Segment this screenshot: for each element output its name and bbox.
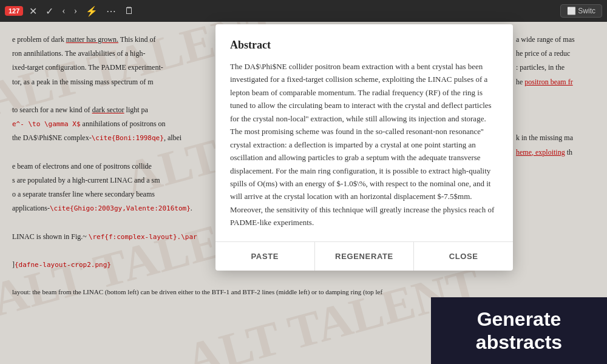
flash-icon[interactable]: ⚡ — [83, 4, 100, 18]
check-icon[interactable]: ✓ — [43, 4, 56, 18]
close-icon[interactable]: ✕ — [27, 4, 39, 18]
more-icon[interactable]: ⋯ — [104, 4, 118, 18]
abstract-title: Abstract — [230, 39, 498, 52]
switch-button[interactable]: ⬜ Switc — [560, 4, 602, 18]
regenerate-button[interactable]: REGENERATE — [315, 242, 415, 271]
toolbar-left: 127 ✕ ✓ ‹ › ⚡ ⋯ 🗒 — [5, 4, 137, 18]
generate-abstracts-panel[interactable]: Generate abstracts — [431, 297, 607, 364]
abstract-modal-body: Abstract The DA$\Phi$NE collider positro… — [215, 24, 513, 229]
prev-icon[interactable]: ‹ — [59, 4, 67, 18]
abstract-text: The DA$\Phi$NE collider positron beam ex… — [230, 60, 498, 229]
generate-abstracts-label: Generate abstracts — [476, 308, 562, 354]
paste-button[interactable]: PASTE — [215, 242, 315, 271]
notification-badge: 127 — [5, 6, 23, 16]
abstract-footer: PASTE REGENERATE CLOSE — [215, 241, 513, 271]
toolbar: 127 ✕ ✓ ‹ › ⚡ ⋯ 🗒 ⬜ Switc — [0, 0, 607, 22]
note-icon[interactable]: 🗒 — [122, 4, 137, 18]
close-button[interactable]: CLOSE — [414, 242, 513, 271]
abstract-modal: Abstract The DA$\Phi$NE collider positro… — [215, 24, 513, 271]
next-icon[interactable]: › — [72, 4, 80, 18]
